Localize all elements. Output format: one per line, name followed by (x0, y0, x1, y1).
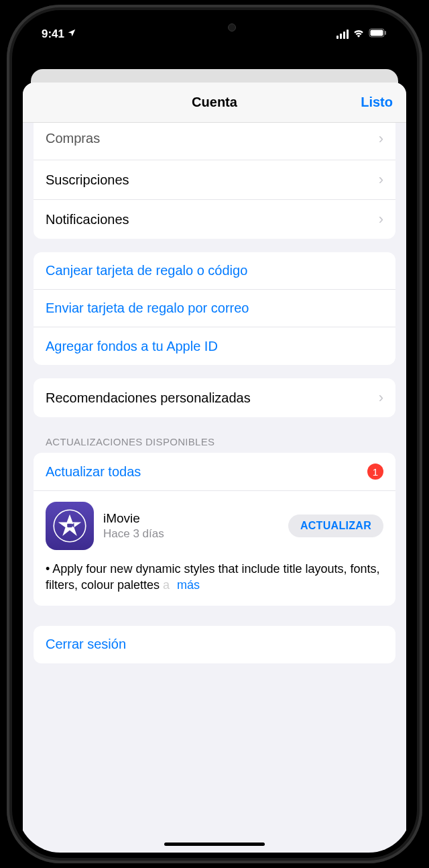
signout-row[interactable]: Cerrar sesión (34, 626, 395, 663)
wifi-icon (353, 28, 365, 41)
svg-rect-2 (385, 31, 386, 35)
add-funds-label: Agregar fondos a tu Apple ID (46, 339, 218, 354)
signout-label: Cerrar sesión (46, 637, 126, 652)
update-all-label: Actualizar todas (46, 464, 141, 480)
account-sheet: Cuenta Listo Compras › Suscripciones › N… (23, 83, 406, 853)
chevron-right-icon: › (379, 211, 383, 228)
imovie-app-icon[interactable] (46, 502, 94, 550)
release-notes-text: • Apply four new dynamic styles that inc… (46, 562, 380, 592)
send-gift-label: Enviar tarjeta de regalo por correo (46, 301, 249, 316)
home-indicator[interactable] (164, 843, 265, 846)
star-icon (52, 508, 88, 544)
chevron-right-icon: › (379, 130, 383, 148)
release-notes[interactable]: • Apply four new dynamic styles that inc… (46, 561, 383, 594)
update-all-row[interactable]: Actualizar todas 1 (34, 453, 395, 491)
gift-card-section: Canjear tarjeta de regalo o código Envia… (34, 252, 395, 365)
add-funds-row[interactable]: Agregar fondos a tu Apple ID (34, 327, 395, 365)
recommendations-label: Recomendaciones personalizadas (46, 390, 251, 406)
send-gift-row[interactable]: Enviar tarjeta de regalo por correo (34, 290, 395, 327)
updates-section: Actualizar todas 1 (34, 453, 395, 606)
app-header: iMovie Hace 3 días ACTUALIZAR (46, 502, 383, 550)
account-section-1: Compras › Suscripciones › Notificaciones… (34, 123, 395, 239)
location-icon (67, 28, 76, 41)
release-notes-fade: a (163, 578, 170, 592)
page-title: Cuenta (192, 95, 237, 110)
battery-icon (369, 28, 387, 41)
subscriptions-row[interactable]: Suscripciones › (34, 160, 395, 200)
status-time: 9:41 (42, 28, 64, 41)
content-scroll[interactable]: Compras › Suscripciones › Notificaciones… (23, 123, 406, 853)
nav-bar: Cuenta Listo (23, 83, 406, 123)
redeem-gift-label: Canjear tarjeta de regalo o código (46, 263, 247, 278)
redeem-gift-row[interactable]: Canjear tarjeta de regalo o código (34, 252, 395, 290)
status-time-group: 9:41 (42, 28, 76, 41)
updates-header: ACTUALIZACIONES DISPONIBLES (34, 417, 395, 453)
purchases-label: Compras (46, 131, 100, 146)
recommendations-section: Recomendaciones personalizadas › (34, 378, 395, 417)
app-update-time: Hace 3 días (103, 527, 279, 541)
camera-dot (228, 23, 236, 32)
signout-section: Cerrar sesión (34, 626, 395, 663)
chevron-right-icon: › (379, 171, 383, 188)
recommendations-row[interactable]: Recomendaciones personalizadas › (34, 378, 395, 417)
more-link[interactable]: más (173, 578, 200, 592)
app-update-row: iMovie Hace 3 días ACTUALIZAR • Apply fo… (34, 491, 395, 606)
subscriptions-label: Suscripciones (46, 172, 129, 188)
app-name: iMovie (103, 511, 279, 526)
notifications-row[interactable]: Notificaciones › (34, 200, 395, 239)
notifications-label: Notificaciones (46, 212, 129, 227)
update-count-badge: 1 (367, 464, 383, 480)
purchases-row[interactable]: Compras › (34, 123, 395, 160)
update-button[interactable]: ACTUALIZAR (288, 514, 383, 537)
svg-rect-5 (67, 524, 72, 527)
signal-icon (336, 30, 349, 39)
chevron-right-icon: › (379, 389, 383, 406)
status-icons (336, 28, 387, 41)
svg-rect-1 (371, 30, 383, 36)
phone-frame: 9:41 Cuenta Listo (7, 5, 422, 863)
notch (154, 15, 275, 37)
done-button[interactable]: Listo (361, 95, 393, 110)
phone-screen: 9:41 Cuenta Listo (17, 15, 412, 853)
app-info: iMovie Hace 3 días (103, 511, 279, 541)
